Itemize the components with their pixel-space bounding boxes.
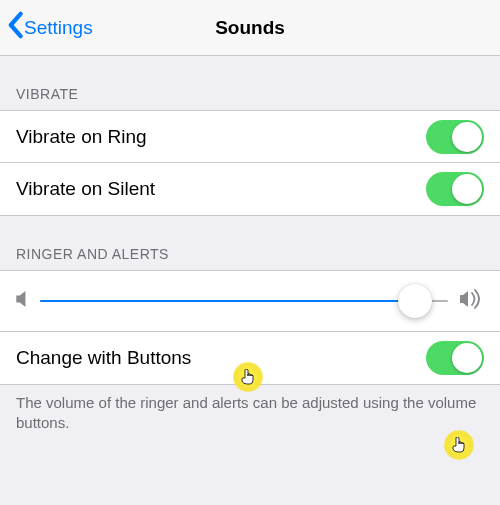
row-vibrate-on-silent: Vibrate on Silent xyxy=(0,163,500,215)
group-ringer: Change with Buttons xyxy=(0,270,500,385)
back-button[interactable]: Settings xyxy=(0,11,93,44)
row-label: Vibrate on Silent xyxy=(16,178,155,200)
volume-slider[interactable] xyxy=(40,283,448,319)
pointer-highlight-icon xyxy=(444,430,474,460)
chevron-left-icon xyxy=(6,11,24,44)
section-header-ringer: RINGER AND ALERTS xyxy=(0,216,500,270)
group-vibrate: Vibrate on Ring Vibrate on Silent xyxy=(0,110,500,216)
navbar: Settings Sounds xyxy=(0,0,500,56)
toggle-change-with-buttons[interactable] xyxy=(426,341,484,375)
row-vibrate-on-ring: Vibrate on Ring xyxy=(0,111,500,163)
toggle-vibrate-on-silent[interactable] xyxy=(426,172,484,206)
row-volume-slider xyxy=(0,271,500,332)
volume-high-icon xyxy=(460,289,484,314)
section-header-vibrate: VIBRATE xyxy=(0,56,500,110)
toggle-vibrate-on-ring[interactable] xyxy=(426,120,484,154)
back-label: Settings xyxy=(24,17,93,39)
row-change-with-buttons: Change with Buttons xyxy=(0,332,500,384)
row-label: Vibrate on Ring xyxy=(16,126,147,148)
volume-low-icon xyxy=(16,290,28,312)
row-label: Change with Buttons xyxy=(16,347,191,369)
section-footer-ringer: The volume of the ringer and alerts can … xyxy=(0,385,500,434)
